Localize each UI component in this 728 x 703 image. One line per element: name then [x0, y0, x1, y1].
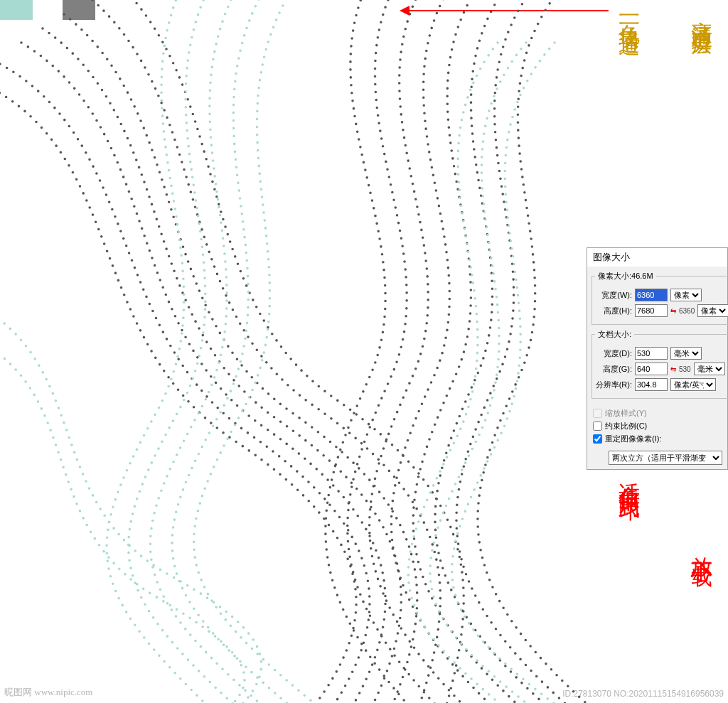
doc-width-label: 宽度(D): [595, 348, 632, 359]
resolution-unit-select[interactable]: 像素/英寸 [670, 378, 716, 391]
resample-checkbox[interactable] [593, 434, 602, 444]
doc-width-input[interactable] [635, 347, 668, 360]
color-swatch-gray [63, 0, 95, 20]
annotation-safe-download: 放心下载 [687, 540, 717, 552]
constrain-checkbox[interactable] [593, 422, 602, 431]
resample-method-select[interactable]: 两次立方（适用于平滑渐变 [609, 451, 722, 465]
dotted-wave-pattern: .dg { fill:none; stroke:#555555; stroke-… [0, 0, 587, 703]
color-swatch-teal [0, 0, 33, 20]
pixel-height-unit-select[interactable]: 像素 [697, 304, 728, 317]
pixel-size-group: 像素大小:46.6M 宽度(W): 像素 高度(H): ⇆ 6360 像素 [592, 271, 728, 325]
pixel-width-unit-select[interactable]: 像素 [670, 289, 702, 301]
pixel-height-label: 高度(H): [595, 306, 632, 316]
annotation-one-color: 一色块一通道 [614, 4, 644, 21]
scale-styles-checkbox [593, 409, 602, 418]
pixel-width-label: 宽度(W): [595, 290, 632, 301]
link-icon: ⇆ [670, 307, 676, 315]
pixel-width-input[interactable] [635, 289, 668, 301]
doc-height-hint: 530 [679, 365, 691, 373]
document-size-group: 文档大小: 宽度(D): 毫米 高度(G): ⇆ 530 毫米 分辨率(R): … [592, 329, 728, 399]
pixel-size-legend: 像素大小:46.6M [595, 271, 656, 281]
resample-label: 重定图像像素(I): [605, 434, 661, 444]
document-size-legend: 文档大小: [595, 329, 634, 340]
doc-height-input[interactable] [635, 363, 668, 375]
annotation-arrow [410, 10, 609, 11]
resolution-label: 分辨率(R): [595, 380, 632, 390]
pixel-height-hint: 6360 [679, 307, 695, 315]
watermark-left: 昵图网 www.nipic.com [4, 686, 92, 699]
dialog-title: 图像大小 [587, 248, 727, 267]
annotation-hd-channel: 高清通道分层 [687, 4, 717, 21]
pixel-height-input[interactable] [635, 304, 668, 317]
resolution-input[interactable] [635, 378, 668, 391]
doc-width-unit-select[interactable]: 毫米 [670, 347, 702, 360]
watermark-right: ID:27813070 NO:20201115154916956039 [562, 689, 724, 699]
constrain-label: 约束比例(C) [605, 421, 647, 431]
scale-styles-label: 缩放样式(Y) [605, 408, 647, 419]
link-icon-2: ⇆ [670, 365, 676, 373]
doc-height-label: 高度(G): [595, 364, 632, 375]
doc-height-unit-select[interactable]: 毫米 [694, 363, 725, 375]
image-size-dialog: 图像大小 像素大小:46.6M 宽度(W): 像素 高度(H): ⇆ 6360 … [587, 247, 728, 470]
